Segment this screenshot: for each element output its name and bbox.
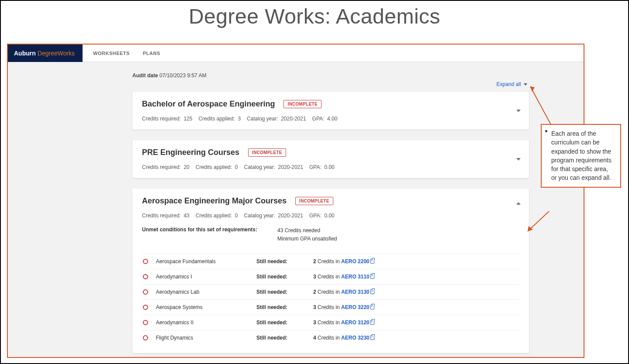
callout-text: Each area of the curriculum can be expan… [551,130,612,181]
credits-needed: 3 Credits in AERO 3220 [313,304,444,310]
status-circle-icon [143,335,148,340]
still-needed-label: Still needed: [256,274,313,280]
course-row: Aerodynamics IIStill needed:3 Credits in… [142,315,519,330]
degree-title: Bachelor of Aerospace Engineering [142,100,275,109]
status-badge: INCOMPLETE [295,197,333,205]
course-row: Aerospace SystemsStill needed:3 Credits … [142,299,519,315]
expand-toggle[interactable] [516,157,521,162]
expand-all-row: Expand all [132,81,529,87]
course-row: Aerospace FundamentalsStill needed:2 Cre… [142,254,519,269]
clipboard-icon[interactable] [370,305,374,309]
card-header: Bachelor of Aerospace Engineering INCOMP… [142,100,519,109]
still-needed-label: Still needed: [256,335,313,341]
clipboard-icon[interactable] [370,289,374,294]
status-badge: INCOMPLETE [248,148,286,157]
course-row: Aerodynamics IStill needed:3 Credits in … [142,269,519,284]
content-area: Audit date 07/10/2023 9:57 AM Expand all… [8,62,584,357]
annotation-arrow-2 [525,210,551,234]
card-header: Aerospace Engineering Major Courses INCO… [142,196,519,206]
bullet-icon [545,130,547,132]
audit-date-line: Audit date 07/10/2023 9:57 AM [132,72,529,79]
nav-links: WORKSHEETS PLANS [93,51,160,56]
major-title: Aerospace Engineering Major Courses [142,196,287,206]
meta-row: Credits required: 125 Credits applied: 3… [142,116,519,122]
annotation-callout: Each area of the curriculum can be expan… [541,124,621,188]
course-link[interactable]: AERO 2200 [341,258,370,264]
status-circle-icon [143,305,148,310]
credits-needed: 3 Credits in AERO 3110 [313,274,444,280]
status-circle-icon [143,289,148,295]
course-link[interactable]: AERO 3130 [341,289,370,295]
meta-row: Credits required: 43 Credits applied: 0 … [142,213,519,219]
logo-product: DegreeWorks [38,50,75,57]
pre-card: PRE Engineering Courses INCOMPLETE Credi… [132,140,529,178]
degree-card: Bachelor of Aerospace Engineering INCOMP… [132,92,529,130]
nav-worksheets[interactable]: WORKSHEETS [93,51,130,56]
still-needed-label: Still needed: [256,258,313,264]
unmet-label: Unmet conditions for this set of require… [142,227,277,243]
status-circle-icon [143,259,148,264]
course-name: Aerodynamics I [156,274,256,280]
clipboard-icon[interactable] [370,320,374,325]
nav-plans[interactable]: PLANS [143,51,160,56]
course-link[interactable]: AERO 3120 [341,319,370,326]
course-name: Aerodynamics Lab [156,289,256,295]
app-header: Auburn DegreeWorks WORKSHEETS PLANS [8,45,584,62]
annotation-arrow-1 [527,83,553,127]
credits-needed: 4 Credits in AERO 3230 [313,335,444,341]
meta-row: Credits required: 20 Credits applied: 0 … [142,164,519,170]
expand-all-link[interactable]: Expand all [497,81,522,87]
unmet-messages: 43 Credits needed Minimum GPA unsatisfie… [277,227,337,243]
audit-date-label: Audit date [132,72,158,79]
credits-needed: 2 Credits in AERO 2200 [313,258,444,264]
credits-needed: 3 Credits in AERO 3120 [313,319,444,326]
course-link[interactable]: AERO 3230 [341,335,370,341]
slide-title: Degree Works: Academics [1,4,628,28]
still-needed-label: Still needed: [256,319,313,326]
course-name: Aerodynamics II [156,319,256,326]
status-badge: INCOMPLETE [283,100,321,108]
course-name: Aerospace Systems [156,304,256,310]
still-needed-label: Still needed: [256,289,313,295]
svg-marker-1 [530,86,535,92]
major-card: Aerospace Engineering Major Courses INCO… [132,189,529,353]
status-circle-icon [143,274,148,279]
credits-needed: 2 Credits in AERO 3130 [313,289,444,295]
slide-frame: Degree Works: Academics Auburn DegreeWor… [0,0,629,364]
audit-date-value: 07/10/2023 9:57 AM [159,72,206,79]
logo-brand: Auburn [14,50,36,57]
course-name: Aerospace Fundamentals [156,258,256,264]
svg-line-0 [530,86,551,124]
pre-title: PRE Engineering Courses [142,148,239,157]
status-circle-icon [143,320,148,325]
course-link[interactable]: AERO 3220 [341,304,370,310]
main-column: Audit date 07/10/2023 9:57 AM Expand all… [132,72,529,353]
clipboard-icon[interactable] [370,259,374,264]
clipboard-icon[interactable] [370,274,374,279]
course-row: Aerodynamics LabStill needed:2 Credits i… [142,284,519,299]
clipboard-icon[interactable] [370,335,374,340]
course-list: Aerospace FundamentalsStill needed:2 Cre… [142,254,519,345]
still-needed-label: Still needed: [256,304,313,310]
app-logo[interactable]: Auburn DegreeWorks [8,45,83,62]
course-row: Flight DynamicsStill needed:4 Credits in… [142,330,519,345]
screenshot-frame: Auburn DegreeWorks WORKSHEETS PLANS Audi… [7,44,584,358]
collapse-toggle[interactable] [516,201,521,206]
card-header: PRE Engineering Courses INCOMPLETE [142,148,519,157]
expand-toggle[interactable] [516,108,521,113]
unmet-conditions: Unmet conditions for this set of require… [142,227,519,243]
course-link[interactable]: AERO 3110 [341,274,370,280]
course-name: Flight Dynamics [156,335,256,341]
